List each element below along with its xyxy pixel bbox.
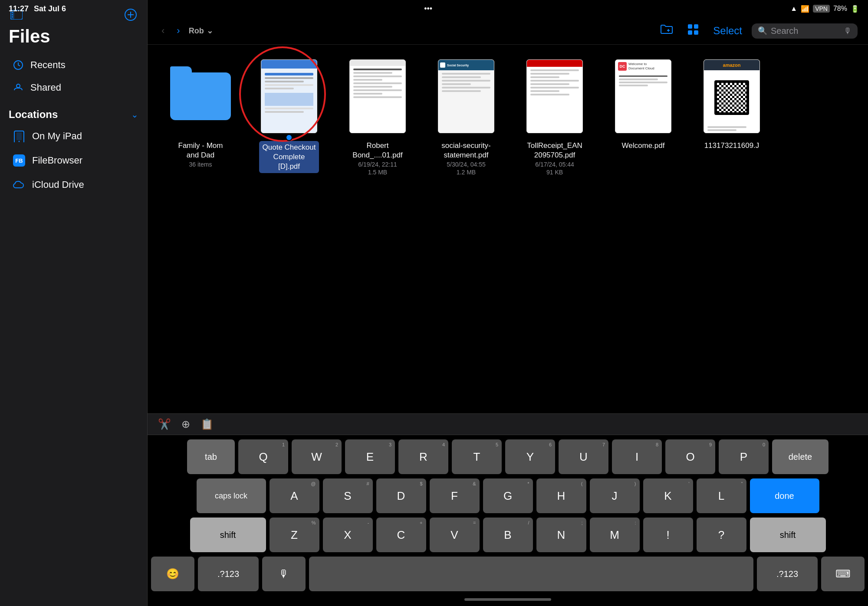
t-key[interactable]: 5T bbox=[452, 439, 502, 474]
forward-button[interactable]: › bbox=[173, 23, 183, 38]
num-sym-right-key[interactable]: .?123 bbox=[757, 557, 818, 591]
question-key[interactable]: ? bbox=[697, 518, 746, 552]
svg-point-9 bbox=[16, 84, 20, 88]
file-size: 1.2 MB bbox=[457, 169, 476, 176]
sidebar-item-filebrowser[interactable]: FB FileBrowser bbox=[3, 149, 144, 172]
on-my-ipad-label: On My iPad bbox=[32, 131, 82, 142]
pdf-icon: Social Security bbox=[438, 59, 494, 133]
sidebar-item-on-my-ipad[interactable]: On My iPad bbox=[3, 125, 144, 147]
file-item-family-folder[interactable]: Family - Momand Dad 36 items bbox=[161, 55, 240, 176]
keyboard-row-3: shift %Z -X +C =V /B ;N :M ! ? shift bbox=[151, 518, 865, 552]
file-name: social-security-statement.pdf bbox=[441, 141, 490, 160]
sidebar-item-shared[interactable]: Shared bbox=[3, 77, 144, 98]
pdf-icon bbox=[526, 59, 583, 133]
file-date: 6/19/24, 22:11 bbox=[358, 161, 397, 168]
ipad-icon bbox=[12, 129, 26, 143]
done-key[interactable]: done bbox=[750, 478, 819, 513]
j-key[interactable]: )J bbox=[590, 478, 640, 513]
o-key[interactable]: 9O bbox=[665, 439, 715, 474]
breadcrumb[interactable]: Rob ⌄ bbox=[189, 26, 213, 36]
y-key[interactable]: 6Y bbox=[505, 439, 555, 474]
s-key[interactable]: #S bbox=[323, 478, 373, 513]
d-key[interactable]: $D bbox=[376, 478, 426, 513]
paste-button[interactable]: 📋 bbox=[201, 418, 214, 430]
file-grid: Family - Momand Dad 36 items bbox=[148, 45, 868, 413]
file-name: RobertBond_....01.pdf bbox=[352, 141, 402, 160]
svg-rect-16 bbox=[694, 24, 698, 29]
files-title: Files bbox=[0, 26, 147, 54]
icloud-icon bbox=[12, 178, 26, 192]
select-button[interactable]: Select bbox=[709, 23, 746, 39]
l-key[interactable]: "L bbox=[697, 478, 746, 513]
back-button[interactable]: ‹ bbox=[158, 23, 168, 38]
filebrowser-label: FileBrowser bbox=[32, 155, 82, 166]
r-key[interactable]: 4R bbox=[398, 439, 448, 474]
shared-label: Shared bbox=[30, 82, 61, 93]
folder-icon bbox=[170, 72, 231, 120]
shift-left-key[interactable]: shift bbox=[190, 518, 266, 552]
keyboard-row-4: 😊 .?123 🎙 .?123 ⌨ bbox=[151, 557, 865, 591]
k-key[interactable]: 'K bbox=[643, 478, 693, 513]
locations-section-header[interactable]: Locations ⌄ bbox=[0, 102, 147, 124]
file-size: 1.5 MB bbox=[368, 169, 387, 176]
v-key[interactable]: =V bbox=[430, 518, 480, 552]
u-key[interactable]: 7U bbox=[559, 439, 608, 474]
q-key[interactable]: 1Q bbox=[238, 439, 288, 474]
file-item-amazon[interactable]: amazon 113173211609.J bbox=[693, 55, 771, 176]
copy-button[interactable]: ⊕ bbox=[181, 418, 190, 430]
file-item-toll-receipt[interactable]: TollReceipt_EAN2095705.pdf 6/17/24, 05:4… bbox=[516, 55, 594, 176]
home-indicator bbox=[148, 593, 868, 606]
svg-rect-18 bbox=[694, 30, 698, 35]
m-key[interactable]: :M bbox=[590, 518, 640, 552]
home-bar bbox=[464, 598, 551, 601]
x-key[interactable]: -X bbox=[323, 518, 373, 552]
sidebar-item-recents[interactable]: Recents bbox=[3, 55, 144, 75]
file-item-quote-checkout[interactable]: Quote CheckoutComplete[D].pdf bbox=[250, 55, 328, 176]
dictation-key[interactable]: 🎙 bbox=[262, 557, 306, 591]
shared-icon bbox=[12, 82, 24, 94]
tab-key[interactable]: tab bbox=[187, 439, 235, 474]
z-key[interactable]: %Z bbox=[270, 518, 319, 552]
f-key[interactable]: &F bbox=[430, 478, 480, 513]
num-sym-left-key[interactable]: .?123 bbox=[198, 557, 259, 591]
keyboard-dismiss-key[interactable]: ⌨ bbox=[821, 557, 865, 591]
chevron-down-icon: ⌄ bbox=[131, 109, 138, 120]
search-bar[interactable]: 🔍 🎙 bbox=[752, 23, 858, 39]
file-item-welcome[interactable]: DC Welcome toDocument Cloud Welcome.pdf bbox=[604, 55, 682, 176]
p-key[interactable]: 0P bbox=[719, 439, 769, 474]
exclaim-key[interactable]: ! bbox=[643, 518, 693, 552]
file-item-social-security[interactable]: Social Security social-security-statemen… bbox=[427, 55, 505, 176]
pdf-thumb: Social Security bbox=[431, 55, 501, 138]
new-folder-button[interactable] bbox=[656, 22, 677, 39]
b-key[interactable]: /B bbox=[483, 518, 533, 552]
pdf-cloud-icon: DC Welcome toDocument Cloud bbox=[615, 59, 671, 133]
file-item-robert-bond[interactable]: RobertBond_....01.pdf 6/19/24, 22:11 1.5… bbox=[339, 55, 417, 176]
file-date: 5/30/24, 04:55 bbox=[447, 161, 486, 168]
plus-circle-button[interactable] bbox=[123, 7, 138, 23]
grid-view-button[interactable] bbox=[683, 22, 704, 40]
space-key[interactable] bbox=[309, 557, 753, 591]
mic-icon[interactable]: 🎙 bbox=[844, 26, 852, 36]
keyboard: tab 1Q 2W 3E 4R 5T 6Y 7U 8I 9O 0P delete… bbox=[148, 435, 868, 593]
a-key[interactable]: @A bbox=[270, 478, 319, 513]
shift-right-key[interactable]: shift bbox=[750, 518, 826, 552]
i-key[interactable]: 8I bbox=[612, 439, 662, 474]
sidebar-toggle-button[interactable] bbox=[9, 7, 24, 23]
c-key[interactable]: +C bbox=[376, 518, 426, 552]
filebrowser-icon: FB bbox=[12, 154, 26, 167]
n-key[interactable]: ;N bbox=[536, 518, 586, 552]
pdf-thumb: amazon bbox=[697, 55, 766, 138]
pdf-thumb bbox=[520, 55, 589, 138]
emoji-key[interactable]: 😊 bbox=[151, 557, 194, 591]
g-key[interactable]: *G bbox=[483, 478, 533, 513]
sidebar-item-icloud[interactable]: iCloud Drive bbox=[3, 174, 144, 196]
cut-button[interactable]: ✂️ bbox=[158, 418, 171, 430]
capslock-key[interactable]: caps lock bbox=[197, 478, 266, 513]
w-key[interactable]: 2W bbox=[292, 439, 342, 474]
search-icon: 🔍 bbox=[758, 26, 767, 36]
e-key[interactable]: 3E bbox=[345, 439, 395, 474]
locations-title: Locations bbox=[9, 108, 58, 121]
search-input[interactable] bbox=[771, 26, 840, 36]
delete-key[interactable]: delete bbox=[772, 439, 829, 474]
h-key[interactable]: (H bbox=[536, 478, 586, 513]
